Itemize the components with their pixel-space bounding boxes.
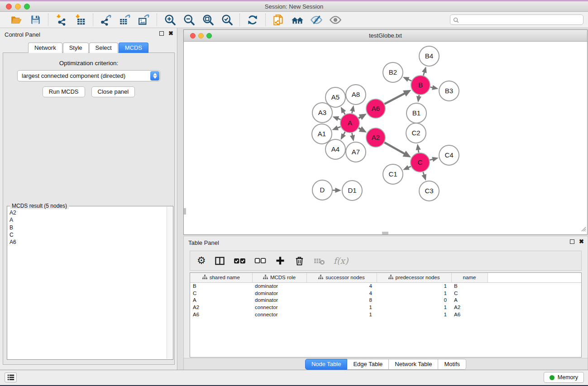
table-panel: Table Panel ✖ ⚙ [183,236,588,371]
duplicate-network-icon[interactable] [272,14,285,26]
column-header-MCDS-role[interactable]: MCDS role [252,273,306,282]
graph-node-A1[interactable]: A1 [312,124,332,144]
graph-edge-arrowhead [416,144,421,150]
table-panel-header: Table Panel ✖ [184,236,588,249]
float-panel-icon[interactable] [159,31,164,36]
tab-style[interactable]: Style [63,43,89,53]
graph-node-C[interactable]: C [411,153,430,172]
node-table: shared nameMCDS rolesuccessor nodesprede… [190,273,581,318]
graph-node-B2[interactable]: B2 [383,62,403,82]
graph-node-A4[interactable]: A4 [325,139,345,159]
graph-node-C2[interactable]: C2 [406,123,426,143]
graph-edge-arrowhead [350,135,355,141]
table-row[interactable]: Bdominator41B [190,282,581,290]
graph-node-C1[interactable]: C1 [383,164,403,184]
column-header-name[interactable]: name [451,273,488,282]
refresh-icon[interactable] [246,14,259,26]
table-row[interactable]: Cdominator41C [190,290,581,297]
close-panel-icon[interactable]: ✖ [168,31,173,36]
open-session-icon[interactable] [10,14,23,26]
graph-node-A7[interactable]: A7 [346,142,366,162]
graph-node-B[interactable]: B [411,76,430,95]
zoom-out-icon[interactable] [182,14,195,26]
column-header-successor-nodes[interactable]: successor nodes [306,273,377,282]
tab-network[interactable]: Network [28,43,62,53]
graph-node-D[interactable]: D [312,180,332,200]
close-table-panel-icon[interactable]: ✖ [579,239,584,244]
workspace: testGlobe.txt B4B2BB3A5A8A6A3B1AA1C2A2A4… [178,28,588,371]
mcds-result-item[interactable]: C [8,231,166,238]
tab-node-table[interactable]: Node Table [305,359,348,370]
import-network-icon[interactable] [55,14,67,26]
tab-network-table[interactable]: Network Table [389,359,438,370]
svg-text:A2: A2 [372,133,380,141]
graph-node-A5[interactable]: A5 [325,87,345,107]
graph-edge[interactable] [384,143,405,154]
memory-button[interactable]: Memory [544,372,584,383]
mcds-result-item[interactable]: A6 [8,238,166,246]
graph-edge-arrowhead [416,96,421,102]
graph-node-C4[interactable]: C4 [439,145,459,165]
column-layout-icon[interactable] [215,256,225,266]
graph-node-B1[interactable]: B1 [406,103,426,123]
select-all-columns-icon[interactable] [234,255,246,267]
mcds-result-item[interactable]: A2 [8,209,166,216]
unselect-all-columns-icon[interactable] [254,255,266,267]
network-window-titlebar: testGlobe.txt [184,30,587,42]
graph-node-D1[interactable]: D1 [342,181,362,200]
run-mcds-button[interactable]: Run MCDS [43,86,85,97]
import-table-icon[interactable] [74,14,86,26]
delete-table-icon[interactable] [313,255,325,267]
eye-icon[interactable] [329,14,342,26]
save-session-icon[interactable] [29,14,42,26]
task-history-button[interactable] [5,372,17,382]
mcds-result-item[interactable]: B [8,224,166,231]
delete-column-icon[interactable] [294,256,305,266]
function-builder-icon[interactable]: f(x) [334,256,349,266]
mcds-result-scrollbar[interactable] [167,207,172,359]
graph-node-B3[interactable]: B3 [439,81,459,101]
search-input[interactable] [450,14,583,25]
criterion-dropdown[interactable]: largest connected component (directed) [17,70,160,81]
table-row[interactable]: Adominator80A [190,297,581,304]
svg-text:B2: B2 [389,68,397,76]
column-header-predecessor-nodes[interactable]: predecessor nodes [377,273,451,282]
memory-status-icon [550,375,555,380]
close-panel-button[interactable]: Close panel [91,86,135,97]
graph-node-A3[interactable]: A3 [312,103,332,123]
eye-slash-icon[interactable] [310,14,323,26]
export-table-icon[interactable] [119,14,131,26]
table-row[interactable]: A6connector11A6 [190,311,581,318]
zoom-selected-icon[interactable] [220,14,233,26]
resize-grip-icon[interactable] [580,225,586,234]
svg-text:B1: B1 [412,109,421,117]
search-icon [453,17,459,25]
graph-edge-arrowhead [332,116,339,121]
two-houses-icon[interactable] [291,14,304,26]
graph-node-A2[interactable]: A2 [366,128,385,147]
graph-node-A8[interactable]: A8 [346,85,366,105]
column-header-shared-name[interactable]: shared name [190,273,252,282]
export-image-icon[interactable] [138,14,150,26]
svg-text:A6: A6 [372,105,380,112]
graph-node-A[interactable]: A [340,114,359,133]
add-column-icon[interactable] [275,255,286,266]
table-row[interactable]: A2connector11A2 [190,304,581,311]
zoom-in-icon[interactable] [163,14,176,26]
tab-edge-table[interactable]: Edge Table [347,359,389,370]
tab-select[interactable]: Select [89,43,118,53]
tab-mcds[interactable]: MCDS [119,43,148,53]
settings-gear-icon[interactable]: ⚙ [197,256,206,266]
mcds-result-item[interactable]: A [8,216,166,224]
graph-node-A6[interactable]: A6 [366,99,385,118]
svg-text:A: A [348,119,352,127]
tab-motifs[interactable]: Motifs [438,359,466,370]
float-table-panel-icon[interactable] [570,239,574,244]
canvas-bottom-scroll-mark [382,232,388,234]
graph-node-C3[interactable]: C3 [419,181,439,201]
export-network-icon[interactable] [100,14,112,26]
zoom-fit-icon[interactable] [201,14,214,26]
network-canvas[interactable]: B4B2BB3A5A8A6A3B1AA1C2A2A4A7C4CC1DD1C3 [184,42,587,234]
graph-node-B4[interactable]: B4 [419,46,439,66]
graph-edge[interactable] [384,93,405,104]
